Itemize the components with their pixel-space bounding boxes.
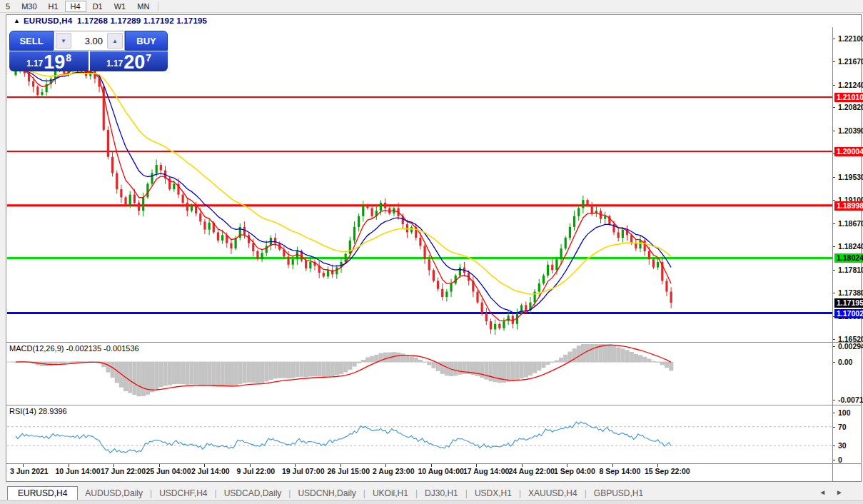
tick-mark [522,464,523,467]
chart-window: ▲ EURUSD,H4 1.17268 1.17289 1.17192 1.17… [6,14,862,482]
sell-price-big: 19 [44,53,65,71]
tick-mark [23,464,24,467]
price-tick-label: 1.21240 [838,81,863,89]
time-label: 8 Sep 14:00 [600,467,641,475]
chart-close: 1.17195 [176,16,207,25]
price-tick-label: 1.18240 [838,242,863,251]
price-tick-label: 0.002947 [838,342,863,351]
tick-mark [113,464,114,467]
price-tick-label: 1.21670 [838,57,863,66]
sell-button[interactable]: SELL [9,31,54,51]
volume-box: ▼ ▲ [54,31,125,51]
axis-divider [832,27,833,482]
time-label: 25 Jun 04:00 [146,467,191,475]
tick-mark [385,464,386,467]
price-tick-label: -0.00715 [838,395,863,404]
tick-mark [340,464,341,467]
tab-scroll-arrows[interactable]: ◄► [819,488,853,496]
macd-axis: 0.0029470.00-0.00715 [832,344,862,404]
buy-price-big: 20 [123,53,145,71]
price-tick-label: 1.22100 [838,34,863,43]
price-tick-label: 1.17810 [838,266,863,274]
chart-tab-gbpusd-h1[interactable]: GBPUSD,H1 [587,487,650,500]
buy-price-sup: 7 [146,52,151,64]
chart-tab-dj30-h1[interactable]: DJ30,H1 [418,487,465,500]
price-tick-label: 0.00 [838,358,852,366]
rsi-axis: 10070300 [832,409,862,463]
volume-input[interactable] [73,31,106,50]
timeframe-button-w1[interactable]: W1 [109,1,131,11]
buy-price-display[interactable]: 1.17 20 7 [90,51,168,71]
price-tick-label: 70 [838,423,847,431]
chart-title: EURUSD,H4 1.17268 1.17289 1.17192 1.1719… [24,16,207,25]
chart-tab-ukoil-h1[interactable]: UKOil,H1 [365,487,415,500]
tick-mark [159,464,160,467]
chart-high: 1.17289 [110,16,141,25]
time-label: 19 Jul 07:00 [282,467,325,475]
price-tick-label: 1.19530 [838,173,863,181]
timeframe-button-5[interactable]: 5 [1,1,15,11]
price-tag-1.18024: 1.18024 [834,253,863,263]
tick-mark [69,464,69,467]
price-axis: 1.221001.216701.212401.208201.203901.199… [832,26,862,341]
chart-low: 1.17192 [143,16,174,25]
buy-button[interactable]: BUY [125,31,168,51]
rsi-indicator-label: RSI(14) 28.9396 [9,407,67,415]
chart-tab-usdcnh-daily[interactable]: USDCNH,Daily [291,487,363,500]
price-tag-1.20004: 1.20004 [834,147,863,156]
main-price-chart[interactable] [7,26,832,341]
tick-mark [657,464,658,467]
tick-mark [567,464,567,467]
mt4-terminal: 5M30H1H4D1W1MN ▲ EURUSD,H4 1.17268 1.172… [0,0,863,504]
price-tag-1.18998: 1.18998 [834,201,863,211]
chart-tab-usdcad-daily[interactable]: USDCAD,Daily [217,487,289,500]
price-tick-label: 1.20390 [838,126,863,135]
volume-decrease-button[interactable]: ▼ [56,33,71,49]
price-tick-label: 1.18670 [838,219,863,228]
chart-tab-eurusd-h4[interactable]: EURUSD,H4 [7,486,78,500]
timeframe-toolbar: 5M30H1H4D1W1MN [0,0,863,13]
chart-tab-xauusd-h4[interactable]: XAUUSD,H4 [521,487,585,500]
one-click-trading-panel: SELL ▼ ▲ BUY 1.17 19 8 1.17 20 7 [9,31,168,71]
time-label: 17 Jun 22:00 [101,467,146,475]
status-strip [0,500,863,504]
rsi-chart[interactable] [7,409,832,463]
toolbar-separator [158,2,158,11]
timeframe-button-h4[interactable]: H4 [65,1,86,12]
timeframe-button-d1[interactable]: D1 [88,1,108,11]
timeframe-button-mn[interactable]: MN [132,1,154,11]
chart-tab-bar: EURUSD,H4AUDUSD,Daily|USDCHF,H4|USDCAD,D… [0,485,863,500]
chart-tab-usdchf-h4[interactable]: USDCHF,H4 [152,487,214,500]
tick-mark [295,464,296,467]
tick-mark [476,464,477,467]
volume-increase-button[interactable]: ▲ [107,33,123,49]
time-label: 26 Jul 15:00 [328,467,370,475]
chart-tab-usdx-h1[interactable]: USDX,H1 [468,487,519,500]
timeframe-button-m30[interactable]: M30 [16,1,41,11]
time-label: 10 Aug 04:00 [418,467,464,475]
up-triangle-icon: ▲ [14,17,20,24]
macd-chart[interactable] [7,344,832,404]
time-label: 17 Aug 14:00 [463,467,509,475]
tick-mark [204,464,205,467]
chart-tab-audusd-daily[interactable]: AUDUSD,Daily [78,487,150,500]
price-tick-label: 1.20820 [838,103,863,111]
tick-mark [612,464,613,467]
time-label: 2 Jul 14:00 [191,467,230,475]
price-tag-1.21010: 1.21010 [834,93,863,102]
sell-price-prefix: 1.17 [26,59,43,69]
tick-mark [250,464,251,467]
sell-price-sup: 8 [66,52,71,64]
time-axis: 3 Jun 202110 Jun 14:0017 Jun 22:0025 Jun… [7,464,832,481]
price-tag-1.17002: 1.17002 [834,309,863,318]
price-tick-label: 100 [838,408,851,417]
timeframe-button-h1[interactable]: H1 [44,1,64,11]
time-label: 2 Aug 23:00 [373,467,415,475]
time-label: 10 Jun 14:00 [56,467,101,475]
sell-price-display[interactable]: 1.17 19 8 [9,51,89,71]
price-tick-label: 1.17380 [838,288,863,297]
buy-price-prefix: 1.17 [106,59,123,69]
tick-mark [431,464,432,467]
time-label: 24 Aug 22:00 [509,467,555,475]
chart-symbol: EURUSD,H4 [24,16,72,25]
